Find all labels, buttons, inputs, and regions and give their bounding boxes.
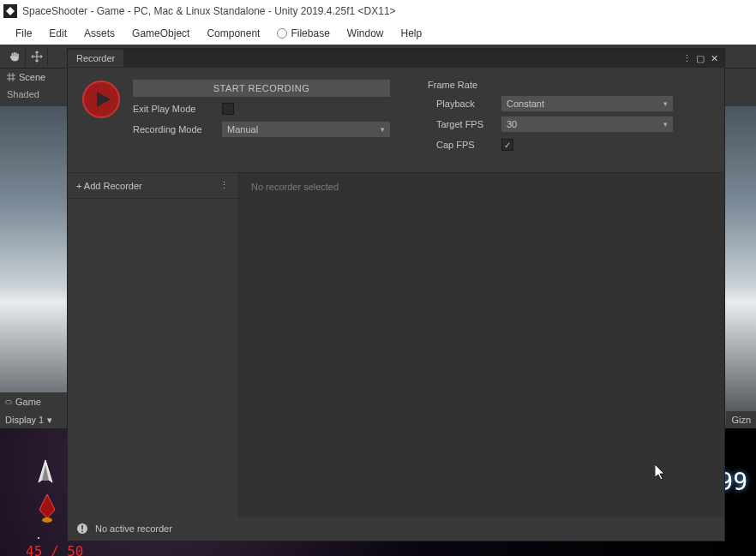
game-tab[interactable]: ⬭ Game — [0, 392, 67, 411]
window-titlebar: SpaceShooter - Game - PC, Mac & Linux St… — [0, 0, 756, 22]
frame-rate-section-label: Frame Rate — [428, 80, 711, 90]
menu-filebase[interactable]: Filebase — [268, 24, 338, 43]
recorder-list-panel: + Add Recorder ⋮ — [68, 173, 239, 517]
recorder-body: + Add Recorder ⋮ No recorder selected — [68, 172, 724, 517]
recorder-status-text: No active recorder — [95, 523, 172, 534]
recorder-detail-panel: No recorder selected — [239, 173, 724, 517]
hp-text: 45 / 50 — [26, 543, 83, 556]
recorder-status-bar: No active recorder — [68, 517, 724, 541]
recorder-window: Recorder ⋮ ▢ ✕ START RECORDING Exit Play… — [67, 48, 725, 541]
menu-gameobject[interactable]: GameObject — [123, 24, 198, 43]
menu-window[interactable]: Window — [339, 24, 393, 43]
playback-label: Playback — [428, 99, 495, 109]
cap-fps-label: Cap FPS — [428, 140, 495, 150]
svg-rect-10 — [81, 531, 83, 533]
recorder-top-controls: START RECORDING Exit Play Mode Recording… — [68, 68, 724, 162]
enemy-sprite — [34, 493, 60, 523]
recorder-list-menu-icon[interactable]: ⋮ — [219, 180, 230, 191]
recorder-tabbar: Recorder ⋮ ▢ ✕ — [68, 49, 724, 68]
recorder-tab[interactable]: Recorder — [68, 50, 123, 67]
start-recording-button[interactable]: START RECORDING — [133, 80, 390, 97]
main-menubar: File Edit Assets GameObject Component Fi… — [0, 22, 756, 45]
menu-assets[interactable]: Assets — [75, 24, 123, 43]
panel-close-icon[interactable]: ✕ — [709, 53, 719, 63]
scene-tab[interactable]: Scene — [0, 69, 67, 86]
svg-marker-3 — [39, 494, 55, 518]
warning-icon — [76, 523, 88, 535]
cap-fps-checkbox[interactable] — [501, 139, 513, 151]
display-dropdown[interactable]: Display 1 ▾ — [0, 411, 67, 428]
hand-tool-icon[interactable] — [3, 47, 26, 66]
recording-mode-dropdown[interactable]: Manual — [222, 122, 390, 137]
playback-dropdown[interactable]: Constant — [501, 96, 673, 111]
panel-maximize-icon[interactable]: ▢ — [695, 53, 705, 63]
svg-rect-9 — [81, 525, 83, 529]
scene-grid-icon — [7, 73, 15, 81]
window-title: SpaceShooter - Game - PC, Mac & Linux St… — [22, 5, 396, 17]
gizmos-toggle[interactable]: Gizn — [726, 411, 756, 428]
scene-panel-header: Scene Shaded — [0, 69, 67, 103]
scene-viewport-sliver — [0, 106, 67, 432]
target-fps-label: Target FPS — [428, 119, 495, 129]
filebase-icon — [277, 28, 287, 39]
recording-mode-label: Recording Mode — [133, 124, 215, 135]
svg-marker-0 — [6, 7, 15, 15]
recorder-empty-text: No recorder selected — [251, 182, 339, 192]
vr-icon: ⬭ — [5, 398, 12, 407]
panel-menu-icon[interactable]: ⋮ — [681, 53, 692, 63]
workspace: Scene Shaded ⬭ Game Display 1 ▾ Gizn 99 … — [0, 45, 756, 556]
chevron-down-icon: ▾ — [47, 415, 52, 426]
menu-file[interactable]: File — [7, 24, 40, 43]
exit-play-mode-label: Exit Play Mode — [133, 104, 215, 114]
svg-point-4 — [42, 517, 52, 523]
menu-component[interactable]: Component — [198, 24, 268, 43]
target-fps-dropdown[interactable]: 30 — [501, 117, 673, 132]
add-recorder-button[interactable]: + Add Recorder — [76, 181, 142, 191]
player-ship-sprite — [30, 458, 61, 493]
scene-viewport-sliver-right — [725, 106, 756, 432]
record-play-icon[interactable] — [81, 80, 121, 119]
scene-shading-dropdown[interactable]: Shaded — [0, 86, 67, 103]
unity-logo-icon — [3, 4, 17, 18]
move-tool-icon[interactable] — [26, 47, 48, 66]
menu-edit[interactable]: Edit — [40, 24, 75, 43]
menu-help[interactable]: Help — [393, 24, 431, 43]
exit-play-mode-checkbox[interactable] — [222, 103, 234, 115]
